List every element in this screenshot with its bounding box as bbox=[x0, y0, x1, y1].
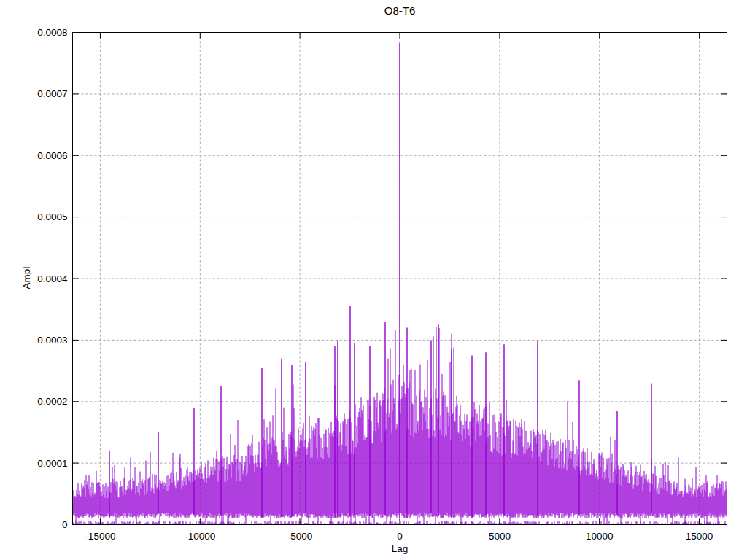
svg-text:15000: 15000 bbox=[686, 531, 713, 542]
svg-text:0.0007: 0.0007 bbox=[37, 88, 67, 99]
svg-text:-5000: -5000 bbox=[287, 531, 313, 542]
chart-title: O8-T6 bbox=[72, 4, 727, 17]
svg-text:0.0008: 0.0008 bbox=[37, 27, 67, 38]
svg-text:0.0003: 0.0003 bbox=[37, 335, 67, 346]
y-axis-label: Ampl bbox=[21, 267, 32, 289]
svg-text:0: 0 bbox=[62, 519, 68, 530]
svg-text:0: 0 bbox=[397, 531, 403, 542]
svg-text:0.0004: 0.0004 bbox=[37, 273, 68, 284]
svg-text:10000: 10000 bbox=[586, 531, 614, 542]
svg-text:-15000: -15000 bbox=[85, 531, 115, 542]
svg-text:0.0002: 0.0002 bbox=[37, 396, 67, 407]
chart-canvas: -15000-10000-500005000100001500000.00010… bbox=[0, 0, 747, 560]
svg-text:-10000: -10000 bbox=[185, 531, 215, 542]
x-axis-label: Lag bbox=[72, 543, 727, 554]
svg-text:5000: 5000 bbox=[489, 531, 511, 542]
svg-text:0.0006: 0.0006 bbox=[37, 150, 67, 161]
svg-text:0.0001: 0.0001 bbox=[37, 458, 67, 469]
svg-text:0.0005: 0.0005 bbox=[37, 211, 67, 222]
plot-area: -15000-10000-500005000100001500000.00010… bbox=[0, 0, 747, 560]
